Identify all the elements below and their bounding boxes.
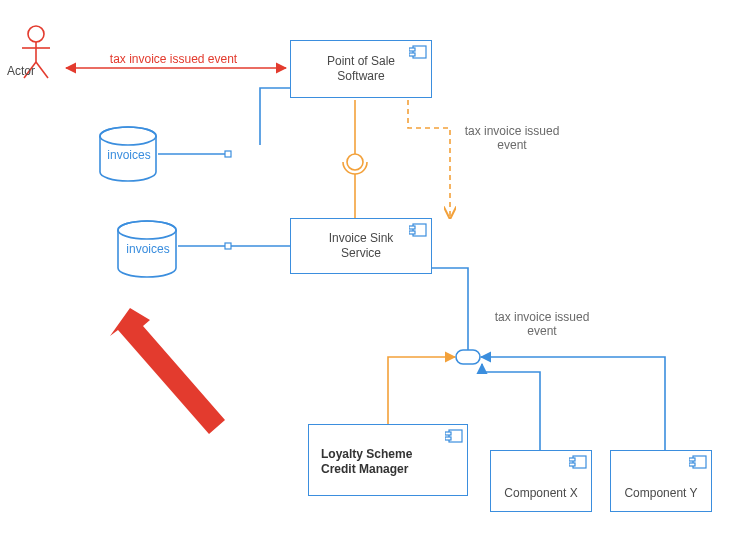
edge-pos-to-sink-event — [408, 100, 450, 218]
edge-pos-to-db1-stub — [260, 88, 290, 145]
required-interface-arc — [343, 162, 367, 174]
component-y: Component Y — [610, 450, 712, 512]
component-icon — [409, 45, 427, 59]
component-icon — [445, 429, 463, 443]
provided-interface-circle — [347, 154, 363, 170]
svg-marker-2 — [110, 308, 225, 434]
component-label: Component X — [504, 486, 577, 501]
component-point-of-sale: Point of Sale Software — [290, 40, 432, 98]
svg-rect-26 — [689, 463, 695, 466]
database-label-1: invoices — [102, 148, 156, 162]
edge-label-pos-to-sink: tax invoice issued event — [448, 124, 576, 153]
svg-point-3 — [28, 26, 44, 42]
edge-label-actor-to-pos: tax invoice issued event — [86, 52, 261, 66]
svg-rect-14 — [409, 226, 415, 229]
component-loyalty-scheme: Loyalty Scheme Credit Manager — [308, 424, 468, 496]
component-invoice-sink: Invoice Sink Service — [290, 218, 432, 274]
svg-rect-19 — [445, 432, 451, 435]
edge-sink-to-broker — [432, 268, 468, 350]
component-label: Invoice Sink Service — [329, 231, 394, 261]
svg-rect-25 — [689, 458, 695, 461]
svg-rect-15 — [409, 231, 415, 234]
component-icon — [569, 455, 587, 469]
svg-rect-22 — [569, 458, 575, 461]
component-x: Component X — [490, 450, 592, 512]
component-icon — [689, 455, 707, 469]
component-label: Point of Sale Software — [327, 54, 395, 84]
svg-rect-10 — [409, 53, 415, 56]
svg-rect-23 — [569, 463, 575, 466]
actor-label: Actor — [0, 64, 46, 78]
svg-rect-20 — [445, 437, 451, 440]
edge-label-sink-to-broker: tax invoice issued event — [478, 310, 606, 339]
svg-rect-9 — [409, 48, 415, 51]
edge-compx-to-broker — [482, 364, 540, 450]
edge-loyalty-to-broker — [388, 357, 455, 424]
component-icon — [409, 223, 427, 237]
big-red-arrow-annotation — [110, 308, 225, 434]
broker-node — [456, 350, 480, 364]
svg-rect-1 — [225, 243, 231, 249]
edge-compy-to-broker — [481, 357, 665, 450]
component-label: Loyalty Scheme Credit Manager — [321, 447, 412, 477]
svg-rect-0 — [225, 151, 231, 157]
database-label-2: invoices — [120, 242, 176, 256]
diagram-canvas: Actor tax invoice issued event Point of … — [0, 0, 729, 545]
component-label: Component Y — [624, 486, 697, 501]
